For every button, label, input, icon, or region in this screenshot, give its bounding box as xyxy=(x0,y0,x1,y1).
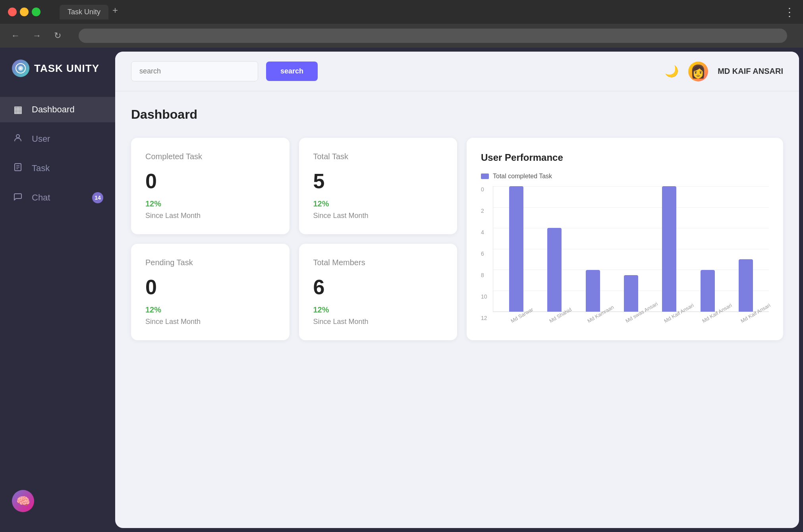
tab-label: Task Unity xyxy=(68,8,100,16)
nav-items: ▦ Dashboard User xyxy=(0,97,115,482)
total-task-percent: 12% xyxy=(313,199,443,208)
total-task-card: Total Task 5 12% Since Last Month xyxy=(299,138,457,234)
y-axis: 12 10 8 6 4 2 0 xyxy=(481,186,493,321)
pending-task-value: 0 xyxy=(145,275,275,299)
browser-menu-button[interactable]: ⋮ xyxy=(784,6,795,19)
user-icon xyxy=(12,133,24,145)
browser-titlebar: Task Unity + ⋮ xyxy=(0,0,803,24)
brain-icon[interactable]: 🧠 xyxy=(12,490,34,512)
total-members-value: 6 xyxy=(313,275,443,299)
sidebar-item-task[interactable]: Task xyxy=(0,156,115,181)
sidebar-item-dashboard[interactable]: ▦ Dashboard xyxy=(0,97,115,122)
completed-task-label: Completed Task xyxy=(145,152,275,161)
sidebar-item-label-task: Task xyxy=(32,163,50,173)
bar-item xyxy=(547,228,562,312)
bars-container: Md SarwarMd ShahidMd KamraanMd swas Ansa… xyxy=(493,186,769,321)
bar-item xyxy=(739,259,753,312)
total-members-label: Total Members xyxy=(313,258,443,267)
page-title: Dashboard xyxy=(131,107,783,122)
reload-button[interactable]: ↻ xyxy=(51,29,64,42)
close-button[interactable] xyxy=(8,8,17,16)
dashboard-icon: ▦ xyxy=(12,104,24,115)
x-label: Md Kaif Ansari xyxy=(701,312,717,324)
legend-color-box xyxy=(481,173,489,179)
x-labels: Md SarwarMd ShahidMd KamraanMd swas Ansa… xyxy=(493,312,769,321)
bar-item xyxy=(701,270,715,312)
total-members-since: Since Last Month xyxy=(313,318,443,326)
total-members-percent: 12% xyxy=(313,305,443,314)
back-button[interactable]: ← xyxy=(8,29,23,42)
sidebar-item-label-dashboard: Dashboard xyxy=(32,104,75,115)
app-wrapper: TASK UNITY ▦ Dashboard User xyxy=(0,48,803,532)
svg-point-2 xyxy=(20,67,21,69)
chart-title: User Performance xyxy=(481,152,769,163)
completed-task-percent: 12% xyxy=(145,199,275,208)
chart-card: User Performance Total completed Task 12… xyxy=(467,138,783,340)
sidebar: TASK UNITY ▦ Dashboard User xyxy=(0,48,115,532)
x-label: Md Kaif Ansari xyxy=(663,312,678,324)
pending-task-card: Pending Task 0 12% Since Last Month xyxy=(131,244,290,340)
bar-item xyxy=(662,186,676,312)
svg-point-3 xyxy=(16,135,19,138)
browser-chrome: Task Unity + ⋮ ← → ↻ xyxy=(0,0,803,48)
user-name: MD KAIF ANSARI xyxy=(718,67,783,76)
task-icon xyxy=(12,163,24,174)
minimize-button[interactable] xyxy=(20,8,29,16)
main-content: search 🌙 👩 MD KAIF ANSARI Dashboard Comp… xyxy=(115,52,799,528)
sidebar-item-label-user: User xyxy=(32,134,50,144)
chat-badge: 14 xyxy=(92,192,103,203)
avatar: 👩 xyxy=(688,62,708,81)
search-input[interactable] xyxy=(131,61,258,81)
sidebar-item-label-chat: Chat xyxy=(32,193,50,203)
pending-task-since: Since Last Month xyxy=(145,318,275,326)
active-tab[interactable]: Task Unity xyxy=(60,5,108,19)
bar-item xyxy=(586,270,600,312)
search-button[interactable]: search xyxy=(266,62,318,81)
total-task-value: 5 xyxy=(313,169,443,193)
bar-chart: 12 10 8 6 4 2 0 xyxy=(481,186,769,321)
x-label: Md Kamraan xyxy=(586,312,602,324)
traffic-lights xyxy=(8,8,41,16)
dark-mode-toggle[interactable]: 🌙 xyxy=(665,65,679,78)
completed-task-card: Completed Task 0 12% Since Last Month xyxy=(131,138,290,234)
logo-icon xyxy=(12,60,29,77)
forward-button[interactable]: → xyxy=(29,29,44,42)
logo-text: TASK UNITY xyxy=(34,62,99,75)
address-bar[interactable] xyxy=(79,29,787,43)
x-label: Md swas Ansari xyxy=(625,312,640,324)
pending-task-label: Pending Task xyxy=(145,258,275,267)
sidebar-bottom: 🧠 xyxy=(0,482,115,520)
pending-task-percent: 12% xyxy=(145,305,275,314)
stats-grid: Completed Task 0 12% Since Last Month To… xyxy=(131,138,783,340)
total-task-label: Total Task xyxy=(313,152,443,161)
bars xyxy=(493,186,769,312)
legend-label: Total completed Task xyxy=(493,173,552,180)
completed-task-value: 0 xyxy=(145,169,275,193)
chart-area: 12 10 8 6 4 2 0 xyxy=(481,186,769,321)
header-right: 🌙 👩 MD KAIF ANSARI xyxy=(665,62,783,81)
add-tab-button[interactable]: + xyxy=(112,5,118,19)
chat-icon xyxy=(12,192,24,203)
sidebar-item-chat[interactable]: Chat 14 xyxy=(0,185,115,210)
grid-and-bars xyxy=(493,186,769,312)
dashboard-area: Dashboard Completed Task 0 12% Since Las… xyxy=(115,91,799,528)
total-task-since: Since Last Month xyxy=(313,212,443,220)
x-label: Md Kaif Ansari xyxy=(739,312,755,324)
logo: TASK UNITY xyxy=(0,60,115,97)
bar-item xyxy=(624,275,638,312)
sidebar-item-user[interactable]: User xyxy=(0,126,115,152)
header: search 🌙 👩 MD KAIF ANSARI xyxy=(115,52,799,91)
maximize-button[interactable] xyxy=(32,8,41,16)
bar-item xyxy=(509,186,523,312)
total-members-card: Total Members 6 12% Since Last Month xyxy=(299,244,457,340)
completed-task-since: Since Last Month xyxy=(145,212,275,220)
browser-navbar: ← → ↻ xyxy=(0,24,803,48)
x-label: Md Sarwar xyxy=(510,312,525,324)
chart-legend: Total completed Task xyxy=(481,173,769,180)
browser-tabs: Task Unity + xyxy=(60,5,781,19)
x-label: Md Shahid xyxy=(548,312,564,324)
